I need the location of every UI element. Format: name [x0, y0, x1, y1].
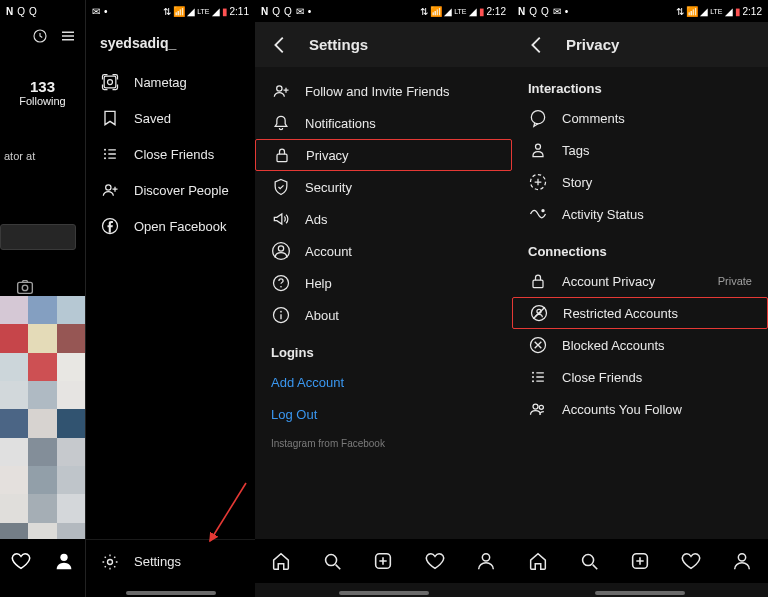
privacy-item-activity-status[interactable]: Activity Status	[512, 198, 768, 230]
block-icon	[528, 335, 548, 355]
android-nav-pill[interactable]	[339, 591, 429, 595]
drawer-item-label: Nametag	[134, 75, 187, 90]
activity-icon	[528, 204, 548, 224]
nav-add-icon[interactable]	[372, 550, 394, 572]
follow-icon	[528, 399, 548, 419]
person-icon[interactable]	[53, 550, 75, 572]
status-bar: NQQ✉• ⇅📶◢LTE◢▮2:12	[512, 0, 768, 22]
settings-item-label: Help	[305, 276, 332, 291]
privacy-item-right: Private	[718, 275, 752, 287]
adduser-icon	[100, 180, 120, 200]
link-log-out[interactable]: Log Out	[255, 398, 512, 430]
drawer-username[interactable]: syedsadiq_	[86, 22, 255, 64]
logins-section: Logins	[255, 331, 512, 366]
nav-search-icon[interactable]	[578, 550, 600, 572]
settings-item-account[interactable]: Account	[255, 235, 512, 267]
settings-item-notifications[interactable]: Notifications	[255, 107, 512, 139]
privacy-item-label: Tags	[562, 143, 589, 158]
nav-home-icon[interactable]	[270, 550, 292, 572]
menu-icon[interactable]	[59, 27, 77, 45]
privacy-item-comments[interactable]: Comments	[512, 102, 768, 134]
list-icon	[100, 144, 120, 164]
following-label: Following	[0, 95, 85, 107]
annotation-arrow	[202, 479, 250, 547]
help-icon	[271, 273, 291, 293]
gear-icon	[100, 552, 120, 572]
bottom-nav	[512, 539, 768, 583]
privacy-item-accounts-you-follow[interactable]: Accounts You Follow	[512, 393, 768, 425]
privacy-item-account-privacy[interactable]: Account PrivacyPrivate	[512, 265, 768, 297]
drawer-item-close-friends[interactable]: Close Friends	[86, 136, 255, 172]
settings-item-follow-and-invite-friends[interactable]: Follow and Invite Friends	[255, 75, 512, 107]
bottom-nav	[255, 539, 512, 583]
camera-icon	[14, 276, 36, 298]
adduser-icon	[271, 81, 291, 101]
nav-add-icon[interactable]	[629, 550, 651, 572]
link-add-account[interactable]: Add Account	[255, 366, 512, 398]
nav-heart-icon[interactable]	[680, 550, 702, 572]
privacy-item-restricted-accounts[interactable]: Restricted Accounts	[512, 297, 768, 329]
drawer-item-saved[interactable]: Saved	[86, 100, 255, 136]
settings-footnote: Instagram from Facebook	[255, 430, 512, 457]
drawer-item-open-facebook[interactable]: Open Facebook	[86, 208, 255, 244]
panel-drawer: ✉• ⇅📶◢LTE◢▮2:11 syedsadiq_ Nametag Saved…	[85, 0, 255, 597]
privacy-item-label: Accounts You Follow	[562, 402, 682, 417]
heart-icon[interactable]	[10, 550, 32, 572]
following-count: 133	[0, 78, 85, 95]
lock-icon	[528, 271, 548, 291]
edit-profile-button-fragment[interactable]	[0, 224, 76, 250]
privacy-item-label: Story	[562, 175, 592, 190]
status-time: 2:12	[743, 6, 762, 17]
privacy-item-tags[interactable]: Tags	[512, 134, 768, 166]
settings-item-privacy[interactable]: Privacy	[255, 139, 512, 171]
archive-icon[interactable]	[31, 27, 49, 45]
list-icon	[528, 367, 548, 387]
ads-icon	[271, 209, 291, 229]
settings-item-label: Privacy	[306, 148, 349, 163]
comment-icon	[528, 108, 548, 128]
privacy-item-label: Comments	[562, 111, 625, 126]
android-nav-pill[interactable]	[86, 591, 255, 595]
drawer-item-nametag[interactable]: Nametag	[86, 64, 255, 100]
facebook-icon	[100, 216, 120, 236]
settings-item-label: Follow and Invite Friends	[305, 84, 450, 99]
restrict-icon	[529, 303, 549, 323]
status-bar: NQQ✉• ⇅📶◢LTE◢▮2:12	[255, 0, 512, 22]
story-icon	[528, 172, 548, 192]
privacy-item-story[interactable]: Story	[512, 166, 768, 198]
privacy-title: Privacy	[566, 36, 619, 53]
panel-settings: NQQ✉• ⇅📶◢LTE◢▮2:12 Settings Follow and I…	[255, 0, 512, 597]
back-icon[interactable]	[526, 34, 548, 56]
drawer-item-discover-people[interactable]: Discover People	[86, 172, 255, 208]
settings-item-label: Security	[305, 180, 352, 195]
nav-heart-icon[interactable]	[424, 550, 446, 572]
settings-item-about[interactable]: About	[255, 299, 512, 331]
lock-icon	[272, 145, 292, 165]
settings-item-ads[interactable]: Ads	[255, 203, 512, 235]
back-icon[interactable]	[269, 34, 291, 56]
android-nav-pill[interactable]	[595, 591, 685, 595]
nav-person-icon[interactable]	[475, 550, 497, 572]
settings-item-help[interactable]: Help	[255, 267, 512, 299]
nametag-icon	[100, 72, 120, 92]
nav-person-icon[interactable]	[731, 550, 753, 572]
settings-header: Settings	[255, 22, 512, 67]
shield-icon	[271, 177, 291, 197]
settings-item-security[interactable]: Security	[255, 171, 512, 203]
following-stat[interactable]: 133 Following	[0, 78, 85, 107]
privacy-item-close-friends[interactable]: Close Friends	[512, 361, 768, 393]
status-bar: NQQ	[0, 0, 85, 22]
settings-item-label: Ads	[305, 212, 327, 227]
nav-home-icon[interactable]	[527, 550, 549, 572]
drawer-item-label: Discover People	[134, 183, 229, 198]
interactions-section: Interactions	[512, 67, 768, 102]
profile-bottom-nav-fragment	[0, 539, 85, 583]
drawer-settings[interactable]: Settings	[86, 539, 255, 583]
nav-search-icon[interactable]	[321, 550, 343, 572]
status-time: 2:11	[230, 6, 249, 17]
svg-line-31	[210, 483, 246, 541]
bell-icon	[271, 113, 291, 133]
drawer-item-label: Close Friends	[134, 147, 214, 162]
privacy-item-label: Blocked Accounts	[562, 338, 665, 353]
privacy-item-blocked-accounts[interactable]: Blocked Accounts	[512, 329, 768, 361]
